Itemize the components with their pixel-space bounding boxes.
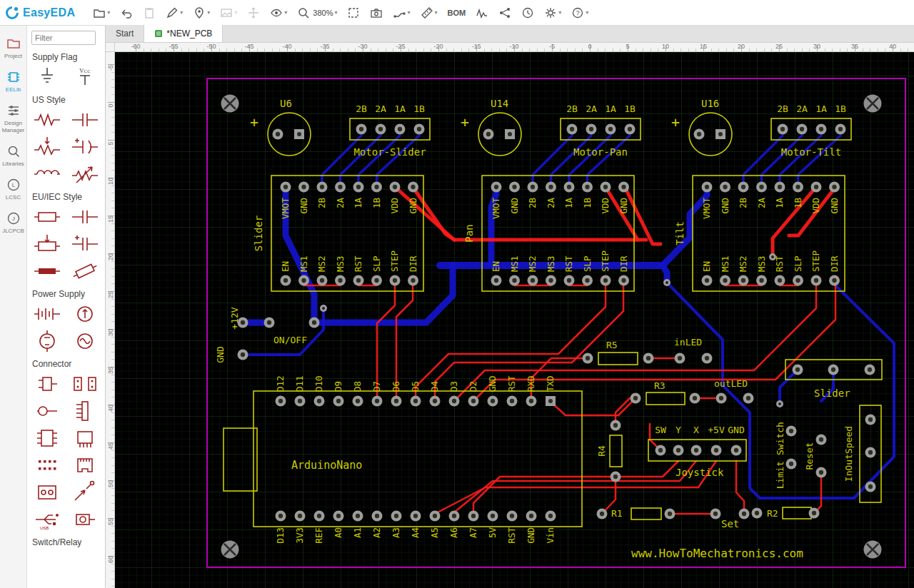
svg-text:inLED: inLED <box>674 337 702 348</box>
magnifier-icon <box>297 6 310 19</box>
move-icon <box>247 6 260 19</box>
window-frame-button[interactable] <box>343 4 363 22</box>
library-section-us-style: US Style <box>27 91 105 106</box>
svg-text:VMOT: VMOT <box>280 198 291 220</box>
sidebar-item-libraries[interactable]: Libraries <box>0 139 27 173</box>
vertical-ruler: -5051015202530354045505560 <box>106 52 115 588</box>
ruler-number: 0 <box>588 43 591 50</box>
ruler-number: 15 <box>700 43 707 50</box>
libraries-icon <box>6 144 21 158</box>
symbol-source-current[interactable] <box>69 302 101 326</box>
symbol-source-ac[interactable] <box>69 329 101 353</box>
symbol-conn-rj45[interactable] <box>69 453 101 477</box>
svg-text:DIR: DIR <box>829 255 840 272</box>
library-section-supply-flag: Supply Flag <box>27 48 105 64</box>
symbol-capacitor-2[interactable] <box>69 205 101 229</box>
settings-button[interactable]: ▾ <box>541 4 565 22</box>
svg-text:A1: A1 <box>352 527 363 538</box>
svg-text:2B: 2B <box>356 103 367 114</box>
sidebar-item-jlcpcb[interactable]: JJLCPCB <box>0 206 27 240</box>
ruler-number: -5 <box>549 43 555 50</box>
symbol-capacitor-polarized-2[interactable] <box>69 232 101 256</box>
svg-text:R5: R5 <box>606 340 618 350</box>
svg-text:Pan: Pan <box>463 224 475 242</box>
origin-button[interactable]: ▾ <box>189 4 214 22</box>
filter-input[interactable] <box>31 31 96 45</box>
svg-text:+: + <box>250 113 258 131</box>
symbol-battery[interactable] <box>31 302 64 326</box>
symbol-conn-usb[interactable]: USB <box>31 507 64 532</box>
easyeda-logo[interactable]: EasyEDA <box>4 5 75 21</box>
svg-text:DIR: DIR <box>408 255 418 272</box>
symbol-conn-pin-grid[interactable] <box>31 453 64 477</box>
simulation-button[interactable] <box>472 4 492 22</box>
pcb-canvas[interactable]: .sk{fill:none;stroke:#CCCC00;stroke-widt… <box>115 52 914 588</box>
svg-text:1B: 1B <box>582 198 593 208</box>
svg-text:5V: 5V <box>487 527 498 539</box>
symbol-potentiometer-eu[interactable] <box>31 232 64 256</box>
symbol-conn-audio[interactable] <box>69 507 101 532</box>
library-row <box>27 230 105 258</box>
library-row: VCC <box>27 64 105 91</box>
history-button[interactable] <box>518 4 538 22</box>
sidebar-item-eelib[interactable]: EELib <box>0 65 27 98</box>
draw-tool-button[interactable]: ▾ <box>162 4 186 22</box>
symbol-resistor-trimmer[interactable] <box>69 259 101 283</box>
svg-text:1B: 1B <box>413 103 425 114</box>
svg-text:2B: 2B <box>566 103 578 114</box>
ruler-number: 25 <box>107 290 114 300</box>
symbol-potentiometer-us[interactable] <box>31 135 64 159</box>
undo-button[interactable] <box>116 4 136 22</box>
mounting-hole <box>221 541 239 559</box>
svg-text:1B: 1B <box>793 198 803 208</box>
layer-visibility-button[interactable]: ▾ <box>266 4 291 22</box>
ruler-number: -50 <box>206 43 216 50</box>
svg-text:MS2: MS2 <box>316 255 327 272</box>
snapshot-button[interactable] <box>366 4 386 22</box>
svg-text:GND: GND <box>509 198 520 214</box>
measure-button[interactable]: ▾ <box>417 4 441 22</box>
file-button[interactable]: ▾ <box>89 4 114 22</box>
symbol-capacitor[interactable] <box>69 108 101 132</box>
svg-text:MS3: MS3 <box>756 255 767 272</box>
sidebar-item-lcsc[interactable]: LLCSC <box>0 173 27 206</box>
tab-start-label: Start <box>116 29 134 39</box>
chevron-down-icon: ▾ <box>234 10 237 16</box>
symbol-inductor[interactable] <box>31 162 64 186</box>
share-button[interactable] <box>495 4 515 22</box>
zoom-control[interactable]: 380% ▾ <box>293 4 341 22</box>
symbol-conn-header-pair[interactable] <box>69 372 101 396</box>
svg-text:Motor-Tilt: Motor-Tilt <box>781 146 841 158</box>
tab-start[interactable]: Start <box>106 25 144 42</box>
symbol-source-voltage[interactable] <box>31 329 64 353</box>
symbol-ground[interactable] <box>31 65 64 89</box>
sidebar-item-design-manager[interactable]: Design Manager <box>0 98 27 138</box>
svg-text:ArduinoNano: ArduinoNano <box>291 459 362 472</box>
svg-text:VMOT: VMOT <box>491 198 501 220</box>
symbol-conn-socket[interactable] <box>31 399 64 423</box>
svg-text:GND: GND <box>215 346 226 363</box>
bom-button[interactable]: BOM <box>444 4 470 22</box>
symbol-resistor-eu[interactable] <box>31 205 64 229</box>
symbol-resistor-us[interactable] <box>31 108 64 132</box>
svg-text:3V3: 3V3 <box>294 527 305 544</box>
lcsc-icon: L <box>6 178 21 192</box>
symbol-resistor-filled[interactable] <box>31 259 64 283</box>
symbol-conn-terminal[interactable] <box>31 480 64 505</box>
sidebar-item-project[interactable]: Project <box>0 31 27 65</box>
symbol-capacitor-polarized[interactable] <box>69 135 101 159</box>
svg-text:A3: A3 <box>391 527 401 538</box>
symbol-resistor-variable[interactable] <box>69 162 101 186</box>
symbol-conn-plug[interactable] <box>31 372 64 396</box>
symbol-vcc[interactable]: VCC <box>69 65 101 89</box>
svg-text:REF: REF <box>313 527 324 544</box>
symbol-conn-header[interactable] <box>69 399 101 423</box>
tab-new-pcb[interactable]: *NEW_PCB <box>144 25 223 42</box>
help-button[interactable]: ? ▾ <box>568 4 592 22</box>
symbol-conn-ic-2[interactable] <box>69 426 101 450</box>
symbol-conn-ic[interactable] <box>31 426 64 450</box>
library-row: USB <box>27 506 105 533</box>
route-button[interactable]: ▾ <box>389 4 413 22</box>
symbol-conn-probe[interactable] <box>69 480 101 505</box>
svg-text:SLP: SLP <box>371 255 382 272</box>
